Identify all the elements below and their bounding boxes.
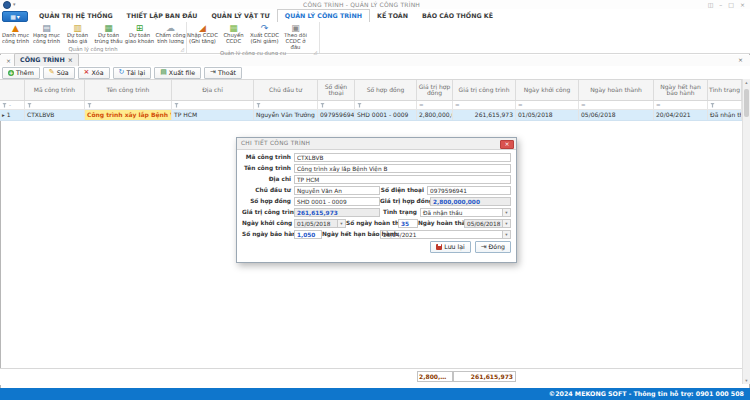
filter-cell[interactable]: = — [417, 101, 453, 109]
gia-tri-cong-trinh-field[interactable] — [294, 208, 380, 217]
theme-icon[interactable]: ◫ — [708, 0, 714, 9]
filter-cell[interactable]: = — [453, 101, 516, 109]
ngay-hoan-thanh-datepicker[interactable]: 05/06/2018 ▾ — [464, 219, 511, 228]
field-label-so-ngay-bao-hanh: Số ngày bảo hành — [242, 231, 294, 238]
filter-cell[interactable]: = — [516, 101, 579, 109]
add-button[interactable]: + Thêm — [2, 67, 40, 79]
restore-button[interactable]: □ — [728, 0, 734, 9]
filter-cell[interactable]: = — [654, 101, 708, 109]
tab-cong-trinh[interactable]: CÔNG TRÌNH × — [14, 53, 79, 66]
ribbon-button-theo-doi-ccdc[interactable]: ▣ Theo dõi CCDC ở đâu — [280, 23, 311, 50]
so-hop-dong-field[interactable] — [294, 197, 380, 206]
column-header-gia-tri-hop-dong[interactable]: Giá trị hợp đồng — [417, 80, 453, 100]
chevron-down-icon[interactable]: ▾ — [337, 220, 345, 227]
ribbon-tab-quan-tri-he-thong[interactable]: QUẢN TRỊ HỆ THỐNG — [32, 10, 120, 22]
ribbon-button-du-toan-giao-khoan[interactable]: ⊞ Dự toán giao khoán — [124, 23, 155, 45]
scroll-down-icon[interactable]: ▾ — [745, 378, 747, 383]
ribbon-button-chuyen-ccdc[interactable]: ▦ Chuyển CCDC — [218, 23, 249, 50]
ribbon-tab-quan-ly-vat-tu[interactable]: QUẢN LÝ VẬT TƯ — [204, 10, 276, 22]
dialog-title: CHI TIẾT CÔNG TRÌNH — [237, 138, 516, 149]
tab-close-icon[interactable]: × — [68, 55, 73, 65]
column-header-dia-chi[interactable]: Địa chỉ — [172, 80, 254, 100]
filter-cell[interactable] — [355, 101, 417, 109]
filter-cell[interactable] — [85, 101, 172, 109]
chevron-down-icon[interactable]: ▾ — [502, 220, 510, 227]
so-ngay-bao-hanh-field[interactable] — [294, 230, 322, 239]
column-header-so-dien-thoai[interactable]: Số điện thoại — [318, 80, 355, 100]
filter-cell[interactable] — [254, 101, 318, 109]
ribbon-button-label: công trình — [2, 39, 29, 45]
ribbon-tab-ke-toan[interactable]: KẾ TOÁN — [370, 10, 415, 22]
column-header-so-hop-dong[interactable]: Số hợp đồng — [355, 80, 417, 100]
vertical-scrollbar[interactable]: ▴ ▾ — [742, 79, 750, 384]
delete-button[interactable]: × Xóa — [78, 67, 110, 79]
edit-button[interactable]: ✎ Sửa — [43, 67, 75, 79]
column-header-chu-dau-tu[interactable]: Chủ đầu tư — [254, 80, 318, 100]
chevron-down-icon[interactable]: ▾ — [502, 209, 510, 216]
grid-filter-row: - = = = = = — [0, 101, 742, 110]
ribbon-button-du-toan-trung-thau[interactable]: ▦ Dự toán trúng thầu — [93, 23, 124, 45]
ribbon-button-nhap-ccdc[interactable]: ◢ Nhập CCDC (Ghi tăng) — [187, 23, 218, 50]
column-header-ten-cong-trinh[interactable]: Tên công trình — [85, 80, 172, 100]
ribbon-tab-thiet-lap-ban-dau[interactable]: THIẾT LẬP BAN ĐẦU — [120, 10, 205, 22]
ngay-het-han-bao-hanh-datepicker[interactable]: 20/04/2021 ▾ — [380, 230, 511, 239]
ribbon-button-label: trúng thầu — [94, 39, 122, 45]
ma-cong-trinh-field[interactable] — [294, 153, 511, 162]
ribbon-tab-bao-cao-thong-ke[interactable]: BÁO CÁO THỐNG KÊ — [415, 10, 500, 22]
scroll-up-icon[interactable]: ▴ — [745, 80, 747, 85]
column-header-ma-cong-trinh[interactable]: Mã công trình — [25, 80, 85, 100]
gia-tri-hop-dong-field[interactable] — [430, 197, 511, 206]
window-title: CÔNG TRÌNH - QUẢN LÝ CÔNG TRÌNH — [16, 0, 708, 9]
column-header-ngay-het-han-bao-hanh[interactable]: Ngày hết hạn bảo hành — [654, 80, 708, 100]
filter-cell[interactable] — [25, 101, 85, 109]
ten-cong-trinh-field[interactable] — [294, 164, 511, 173]
ribbon-button-label: CCDC — [226, 39, 241, 45]
funnel-icon — [357, 103, 362, 108]
ribbon-button-hang-muc-cong-trinh[interactable]: ▤ Hạng mục công trình — [31, 23, 62, 45]
ribbon-button-label: CCDC ở đâu — [280, 39, 311, 51]
dialog-close-button[interactable]: × — [500, 140, 514, 149]
quick-access-toolbar[interactable]: ▾ — [0, 1, 16, 9]
column-header-ngay-khoi-cong[interactable]: Ngày khởi công — [516, 80, 579, 100]
app-menu-button[interactable]: ▦ ▾ — [2, 11, 28, 22]
column-header-ngay-hoan-thanh[interactable]: Ngày hoàn thành — [579, 80, 654, 100]
scrollbar-thumb[interactable] — [744, 89, 749, 117]
cell-dia-chi: TP HCM — [172, 110, 254, 120]
save-button[interactable]: Lưu lại — [430, 241, 471, 253]
so-dien-thoai-field[interactable] — [427, 186, 511, 195]
filter-cell[interactable] — [708, 101, 742, 109]
dia-chi-field[interactable] — [294, 175, 511, 184]
ribbon-button-xuat-ccdc[interactable]: ↷ Xuất CCDC (Ghi giảm) — [249, 23, 280, 50]
ngay-khoi-cong-datepicker[interactable]: 01/05/2018 ▾ — [294, 219, 346, 228]
column-header-gia-tri-cong-trinh[interactable]: Giá trị công trình — [453, 80, 516, 100]
current-row-arrow-icon: ▸ — [2, 112, 5, 118]
chu-dau-tu-field[interactable] — [294, 186, 380, 195]
dialog-header[interactable]: CHI TIẾT CÔNG TRÌNH × — [237, 138, 516, 150]
filter-cell[interactable]: = — [579, 101, 654, 109]
tinh-trang-dropdown[interactable]: Đã nhận thầu ▾ — [420, 208, 511, 217]
delete-x-icon: × — [84, 69, 90, 76]
ribbon-button-danh-muc-cong-trinh[interactable]: ▲ Danh mục công trình — [0, 23, 31, 45]
cell-tinh-trang: Đã nhận thầu — [708, 110, 742, 120]
close-button[interactable]: × — [740, 0, 745, 9]
close-dialog-button[interactable]: ⇥ Đóng — [475, 241, 511, 253]
ribbon-button-cham-cong-tinh-luong[interactable]: ☁ Chấm công tính lương — [155, 23, 186, 45]
app-menu-icon: ▦ — [10, 13, 16, 20]
tabstrip-close-right-icon[interactable]: × — [735, 55, 746, 65]
export-file-button[interactable]: ▤ Xuất file — [154, 67, 201, 79]
filter-cell[interactable] — [172, 101, 254, 109]
table-row[interactable]: ▸1 CTXLBVB Công trình xây lắp Bệnh Viện … — [0, 110, 742, 121]
ngay-het-han-value: 20/04/2021 — [381, 231, 502, 238]
column-header-tinh-trang[interactable]: Tình trạng — [708, 80, 742, 100]
ribbon-tab-quan-ly-cong-trinh[interactable]: QUẢN LÝ CÔNG TRÌNH — [277, 9, 370, 23]
group-dialog-launcher-icon[interactable]: ◿ — [181, 48, 184, 53]
so-ngay-hoan-thanh-field[interactable] — [398, 219, 418, 228]
ribbon-button-du-toan-bao-gia[interactable]: ▥ Dự toán báo giá — [62, 23, 93, 45]
button-label: Xóa — [91, 69, 103, 77]
reload-button[interactable]: ↻ Tải lại — [113, 67, 152, 79]
minimize-button[interactable]: – — [719, 0, 722, 9]
tabstrip-close-left-icon[interactable]: × — [3, 56, 14, 66]
exit-button[interactable]: ⇥ Thoát — [204, 67, 242, 79]
filter-cell[interactable] — [318, 101, 355, 109]
chevron-down-icon[interactable]: ▾ — [502, 231, 510, 238]
